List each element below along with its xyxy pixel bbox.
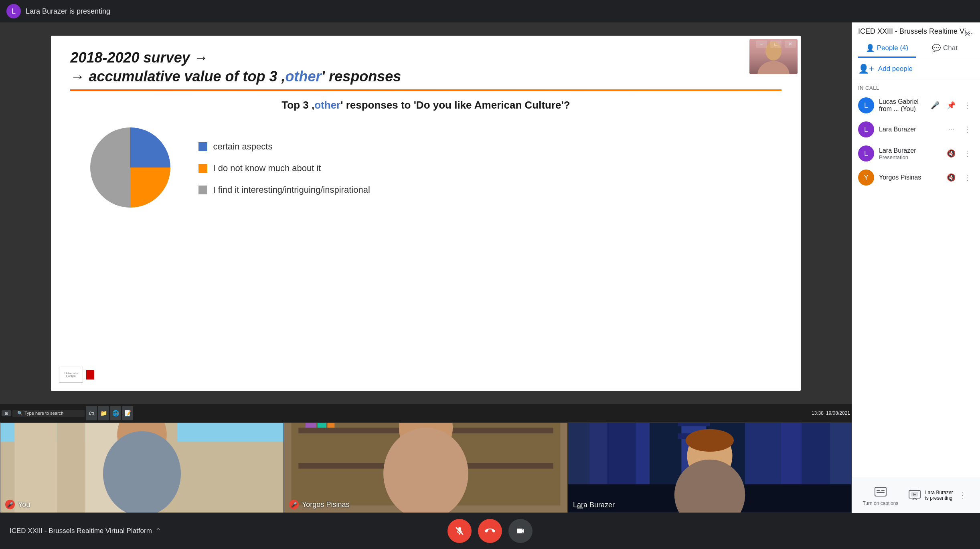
video-label-you: 🎤 You <box>5 500 30 509</box>
taskbar-app[interactable]: 📁 <box>98 406 109 420</box>
svg-rect-22 <box>328 423 335 428</box>
taskbar-app[interactable]: 📝 <box>122 406 133 420</box>
participant-item-lara: L Lara Burazer ··· ⋮ <box>852 117 980 141</box>
tab-people[interactable]: 👤 People (4) <box>858 40 916 58</box>
more-btn-lara[interactable]: ⋮ <box>961 123 974 136</box>
slide-footer: Univerza vLjubljani <box>59 367 94 383</box>
participant-info-lara-present: Lara Burazer Presentation <box>879 147 940 160</box>
taskbar-app[interactable]: 🗂 <box>86 406 97 420</box>
video-tile-yorgos: 🎤 Yorgos Pisinas <box>284 422 568 513</box>
video-bg-yorgos <box>284 423 567 513</box>
camera-icon <box>516 526 525 536</box>
svg-rect-52 <box>881 490 885 491</box>
presenting-label: Lara Burazer is presenting <box>26 7 110 16</box>
participant-info-yorgos: Yorgos Pisinas <box>879 174 940 181</box>
in-call-label: IN CALL <box>852 80 980 93</box>
sidebar: ICED XXIII - Brussels Realtime Virt... ✕… <box>852 22 980 513</box>
taskbar-app[interactable]: 🌐 <box>110 406 121 420</box>
mute-indicator-yorgos: 🔇 <box>945 171 958 184</box>
pin-btn-lucas[interactable]: 📌 <box>945 99 958 112</box>
mic-slash-icon <box>455 526 464 536</box>
sidebar-title: ICED XXIII - Brussels Realtime Virt... <box>858 27 974 36</box>
yorgos-label: Yorgos Pisinas <box>302 501 349 509</box>
mic-btn-lara[interactable]: ··· <box>945 123 958 136</box>
yorgos-silhouette <box>284 423 567 513</box>
hangup-btn[interactable] <box>473 514 507 548</box>
taskbar-apps: 🗂 📁 🌐 📝 <box>86 406 810 420</box>
slide-question: Top 3 ,other' responses to 'Do you like … <box>70 99 781 111</box>
mute-indicator-yorgos: 🎤 <box>289 500 299 509</box>
chat-icon: 💬 <box>932 44 941 52</box>
more-btn-yorgos[interactable]: ⋮ <box>961 171 974 184</box>
legend-text-gray: I find it interesting/intriguing/inspira… <box>213 185 370 195</box>
participant-item-lucas: L Lucas Gabriel from ... (You) 🎤 📌 ⋮ <box>852 93 980 117</box>
turn-on-captions-btn[interactable]: Turn on captions <box>863 484 898 506</box>
taskbar: ⊞ 🔍 Type here to search 🗂 📁 🌐 📝 13:38 19… <box>0 404 852 422</box>
top-bar: L Lara Burazer is presenting <box>0 0 980 22</box>
red-logo <box>86 370 94 379</box>
search-bar[interactable]: 🔍 Type here to search <box>12 410 85 417</box>
svg-rect-4 <box>14 423 57 513</box>
screen-share-icon <box>907 488 922 503</box>
participant-sub-lara: Presentation <box>879 154 940 160</box>
participant-actions-lara: ··· ⋮ <box>945 123 974 136</box>
add-people-button[interactable]: 👤+ Add people <box>852 58 980 80</box>
orange-divider <box>70 89 781 91</box>
presenting-info: Lara Burazer is presenting ⋮ <box>907 488 969 503</box>
maximize-btn[interactable]: □ <box>770 40 782 48</box>
tab-people-label: People (4) <box>877 44 908 52</box>
slide-title: 2018-2020 survey → → accumulative value … <box>70 48 781 86</box>
presenting-text: Lara Burazer is presenting <box>925 490 953 501</box>
svg-rect-36 <box>678 423 710 426</box>
participant-info-lara: Lara Burazer <box>879 126 940 133</box>
slide-content: 2018-2020 survey → → accumulative value … <box>51 36 800 390</box>
pie-chart-svg <box>86 123 174 212</box>
participant-item-yorgos: Y Yorgos Pisinas 🔇 ⋮ <box>852 166 980 190</box>
you-silhouette <box>0 423 283 513</box>
more-presenting-btn[interactable]: ⋮ <box>956 489 969 502</box>
mute-indicator-lara: 🔇 <box>945 147 958 160</box>
meeting-name: ICED XXIII - Brussels Realtime Virtual P… <box>10 527 152 535</box>
sidebar-bottom: Turn on captions Lara Burazer is present… <box>852 477 980 513</box>
tab-chat[interactable]: 💬 Chat <box>916 40 974 58</box>
camera-btn[interactable] <box>508 519 533 543</box>
legend-item-gray: I find it interesting/intriguing/inspira… <box>198 185 370 195</box>
legend-dot-gray <box>198 186 207 194</box>
legend-dot-orange <box>198 164 207 173</box>
participant-actions-lara-present: 🔇 ⋮ <box>945 147 974 160</box>
more-btn-lara-present[interactable]: ⋮ <box>961 147 974 160</box>
captions-icon <box>873 484 888 499</box>
svg-point-48 <box>686 429 734 452</box>
chevron-up-icon[interactable]: ⌃ <box>155 527 161 535</box>
more-options-lara[interactable]: ··· <box>577 504 583 513</box>
participant-item-lara-present: L Lara Burazer Presentation 🔇 ⋮ <box>852 141 980 166</box>
close-sidebar-btn[interactable]: ✕ <box>961 27 974 40</box>
mic-btn-lucas[interactable]: 🎤 <box>929 99 942 112</box>
add-people-label: Add people <box>878 65 913 73</box>
close-window-btn[interactable]: ✕ <box>785 40 796 48</box>
tab-chat-label: Chat <box>943 44 958 52</box>
legend-item-blue: certain aspects <box>198 141 370 152</box>
chart-area: certain aspects I do not know much about… <box>70 123 781 213</box>
video-bg-lara <box>568 423 851 513</box>
sidebar-tabs: 👤 People (4) 💬 Chat <box>858 40 974 58</box>
participant-name-yorgos: Yorgos Pisinas <box>879 174 940 181</box>
presenting-status: is presenting <box>925 495 953 501</box>
controls-center <box>447 519 533 543</box>
more-btn-lucas[interactable]: ⋮ <box>961 99 974 112</box>
presentation-container: － □ ✕ 2018 <box>0 22 852 404</box>
meeting-label: ICED XXIII - Brussels Realtime Virtual P… <box>10 513 161 549</box>
main-content: － □ ✕ 2018 <box>0 22 980 513</box>
participant-avatar-lara-present: L <box>858 145 874 161</box>
svg-rect-21 <box>318 423 326 428</box>
window-controls: － □ ✕ <box>756 40 796 48</box>
participant-name-lara-present: Lara Burazer <box>879 147 940 154</box>
taskbar-item[interactable]: ⊞ <box>2 410 11 416</box>
mic-control-btn[interactable] <box>447 519 472 543</box>
presenter-name: Lara Burazer <box>925 490 953 495</box>
captions-label: Turn on captions <box>863 501 898 506</box>
minimize-btn[interactable]: － <box>756 40 767 48</box>
participant-avatar-lara: L <box>858 121 874 137</box>
svg-rect-51 <box>877 492 885 493</box>
participant-name-lara: Lara Burazer <box>879 126 940 133</box>
